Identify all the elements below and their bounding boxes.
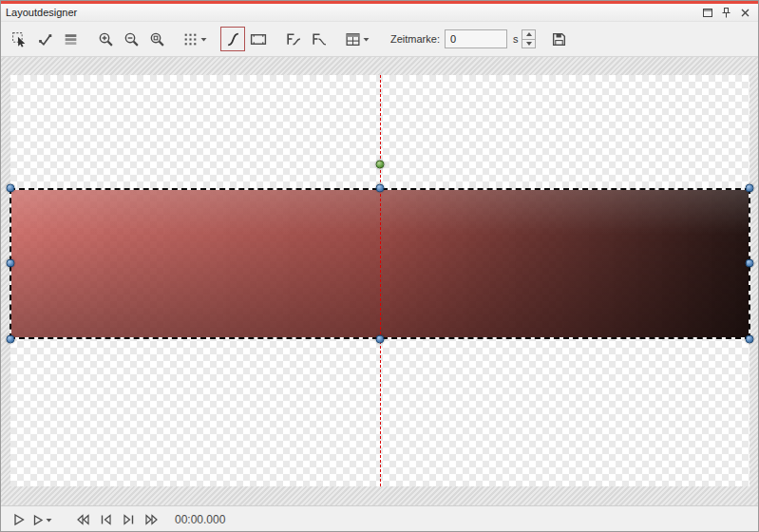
camera-frame-button[interactable]: [246, 27, 271, 51]
camera-frame-icon: [250, 31, 267, 48]
prev-frame-button[interactable]: [95, 509, 116, 530]
skip-forward-button[interactable]: [141, 509, 161, 530]
layers-tool-button[interactable]: [58, 27, 83, 51]
toolbar-separator: [272, 39, 280, 40]
stage: [1, 56, 758, 505]
close-icon: [741, 9, 750, 17]
play-icon: [12, 513, 26, 526]
keyframe-table-button[interactable]: [342, 27, 372, 51]
zoom-out-button[interactable]: [119, 27, 143, 51]
restore-icon: [703, 9, 712, 17]
center-guide-line: [380, 75, 381, 486]
resize-handle-top-left[interactable]: [7, 184, 15, 193]
resize-handle-top-center[interactable]: [376, 184, 385, 193]
toolbar-separator: [84, 39, 92, 40]
titlebar[interactable]: Layoutdesigner: [1, 1, 758, 22]
resize-handle-middle-left[interactable]: [7, 259, 15, 268]
zeitmarke-stepper: [522, 29, 536, 48]
zeitmarke-label: Zeitmarke:: [390, 33, 440, 45]
keyframe-table-icon: [345, 31, 361, 48]
pin-button[interactable]: [718, 6, 734, 20]
curve-tool-icon: [225, 31, 241, 48]
pin-icon: [722, 8, 731, 18]
play-small-icon: [32, 514, 44, 526]
layoutdesigner-panel: Layoutdesigner: [0, 0, 759, 532]
time-display: 00:00.000: [175, 513, 225, 526]
fade-in-curve-icon: [285, 31, 302, 48]
zoom-in-icon: [98, 31, 114, 48]
fade-out-curve-button[interactable]: [307, 27, 332, 51]
rotation-anchor-handle[interactable]: [376, 161, 385, 169]
select-tool-button[interactable]: [7, 27, 31, 51]
window-buttons: [699, 6, 753, 20]
restore-button[interactable]: [699, 6, 715, 20]
layout-canvas[interactable]: [10, 75, 750, 486]
chevron-down-icon: [363, 37, 370, 42]
fade-out-curve-icon: [311, 31, 328, 48]
unit-label: s: [513, 33, 519, 45]
save-button[interactable]: [546, 27, 571, 51]
checkmark-icon: [37, 31, 53, 48]
stepper-up-button[interactable]: [522, 29, 536, 40]
resize-handle-bottom-center[interactable]: [376, 335, 385, 344]
grid-icon: [182, 31, 199, 48]
toolbar-separator: [373, 39, 382, 40]
zoom-in-button[interactable]: [93, 27, 118, 51]
play-button[interactable]: [9, 509, 29, 530]
next-frame-icon: [123, 514, 135, 525]
prev-frame-icon: [100, 514, 112, 525]
next-frame-button[interactable]: [118, 509, 139, 530]
fade-in-curve-button[interactable]: [281, 27, 306, 51]
zoom-fit-icon: [149, 31, 165, 48]
resize-handle-middle-right[interactable]: [746, 259, 754, 268]
layers-icon: [63, 31, 79, 48]
skip-forward-icon: [144, 514, 159, 525]
zoom-out-icon: [123, 31, 140, 48]
toolbar: Zeitmarke: s: [1, 22, 758, 56]
checkmark-tool-button[interactable]: [32, 27, 57, 51]
play-options-button[interactable]: [31, 509, 53, 530]
select-tool-icon: [11, 31, 28, 48]
toolbar-separator: [332, 39, 341, 40]
skip-back-button[interactable]: [72, 509, 93, 530]
chevron-down-icon: [46, 518, 52, 522]
toolbar-separator: [211, 39, 219, 40]
curve-tool-button[interactable]: [220, 27, 245, 51]
stepper-down-button[interactable]: [522, 40, 536, 49]
save-icon: [551, 31, 567, 48]
chevron-down-icon: [200, 37, 207, 42]
panel-title: Layoutdesigner: [6, 7, 77, 18]
skip-back-icon: [76, 514, 90, 525]
transport-bar: 00:00.000: [1, 505, 758, 532]
resize-handle-top-right[interactable]: [746, 184, 754, 193]
resize-handle-bottom-right[interactable]: [746, 335, 754, 344]
toolbar-separator: [537, 39, 545, 40]
close-button[interactable]: [737, 6, 753, 20]
grid-options-button[interactable]: [180, 27, 210, 51]
zeitmarke-input[interactable]: [445, 29, 507, 48]
toolbar-separator: [170, 39, 179, 40]
resize-handle-bottom-left[interactable]: [7, 335, 15, 344]
zoom-fit-button[interactable]: [144, 27, 169, 51]
